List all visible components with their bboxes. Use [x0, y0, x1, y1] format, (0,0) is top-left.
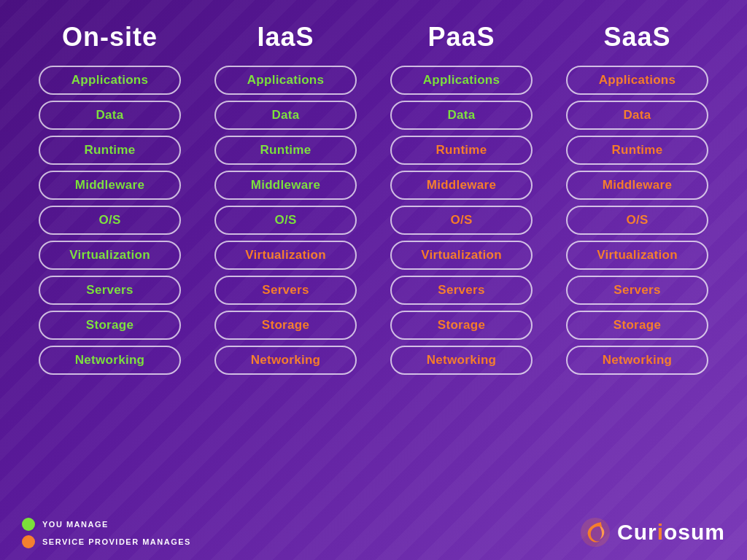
pill-paas-2: Runtime [390, 136, 533, 165]
pill-iaas-2: Runtime [214, 136, 357, 165]
pill-iaas-6: Servers [214, 276, 357, 305]
pill-saas-1: Data [566, 101, 708, 130]
pill-onsite-1: Data [39, 101, 181, 130]
pill-onsite-4: O/S [39, 206, 181, 235]
pill-iaas-4: O/S [214, 206, 357, 235]
pill-saas-0: Applications [566, 66, 708, 95]
pill-onsite-8: Networking [39, 346, 181, 375]
main-container: On-siteApplicationsDataRuntimeMiddleware… [0, 0, 747, 560]
pill-iaas-3: Middleware [214, 171, 357, 200]
header-saas: SaaS [603, 22, 670, 52]
column-paas: PaaSApplicationsDataRuntimeMiddlewareO/S… [382, 22, 542, 381]
header-onsite: On-site [62, 22, 158, 52]
pill-iaas-0: Applications [214, 66, 357, 95]
pill-paas-4: O/S [390, 206, 533, 235]
pill-iaas-1: Data [214, 101, 357, 130]
pill-onsite-0: Applications [39, 66, 181, 95]
pill-iaas-7: Storage [214, 311, 357, 340]
header-paas: PaaS [427, 22, 495, 52]
legend-dot-orange [22, 535, 35, 548]
column-iaas: IaaSApplicationsDataRuntimeMiddlewareO/S… [206, 22, 366, 381]
legend-dot-green [22, 518, 35, 531]
pill-paas-0: Applications [390, 66, 533, 95]
pill-saas-2: Runtime [566, 136, 708, 165]
pill-iaas-5: Virtualization [214, 241, 357, 270]
columns-area: On-siteApplicationsDataRuntimeMiddleware… [22, 15, 725, 510]
legend-item-provider-manages: SERVICE PROVIDER MANAGES [22, 535, 191, 548]
pill-paas-8: Networking [390, 346, 533, 375]
pill-iaas-8: Networking [214, 346, 357, 375]
legend: YOU MANAGE SERVICE PROVIDER MANAGES [22, 518, 191, 548]
legend-item-you-manage: YOU MANAGE [22, 518, 191, 531]
pill-paas-1: Data [390, 101, 533, 130]
pill-onsite-5: Virtualization [39, 241, 181, 270]
legend-provider-manages-label: SERVICE PROVIDER MANAGES [42, 537, 191, 546]
logo-text: Curiosum [617, 520, 725, 545]
footer: YOU MANAGE SERVICE PROVIDER MANAGES Curi… [22, 510, 725, 553]
pill-paas-5: Virtualization [390, 241, 533, 270]
pill-paas-6: Servers [390, 276, 533, 305]
pill-saas-7: Storage [566, 311, 708, 340]
pill-onsite-6: Servers [39, 276, 181, 305]
pill-saas-3: Middleware [566, 171, 708, 200]
column-saas: SaaSApplicationsDataRuntimeMiddlewareO/S… [557, 22, 718, 381]
pill-onsite-3: Middleware [39, 171, 181, 200]
logo-icon [579, 516, 611, 548]
pill-onsite-2: Runtime [39, 136, 181, 165]
logo-area: Curiosum [579, 516, 725, 548]
pill-onsite-7: Storage [39, 311, 181, 340]
legend-you-manage-label: YOU MANAGE [42, 520, 109, 529]
pill-saas-8: Networking [566, 346, 708, 375]
pill-saas-6: Servers [566, 276, 708, 305]
column-onsite: On-siteApplicationsDataRuntimeMiddleware… [30, 22, 190, 381]
pill-paas-7: Storage [390, 311, 533, 340]
pill-saas-4: O/S [566, 206, 708, 235]
pill-paas-3: Middleware [390, 171, 533, 200]
pill-saas-5: Virtualization [566, 241, 708, 270]
header-iaas: IaaS [257, 22, 314, 52]
svg-point-0 [581, 518, 610, 547]
